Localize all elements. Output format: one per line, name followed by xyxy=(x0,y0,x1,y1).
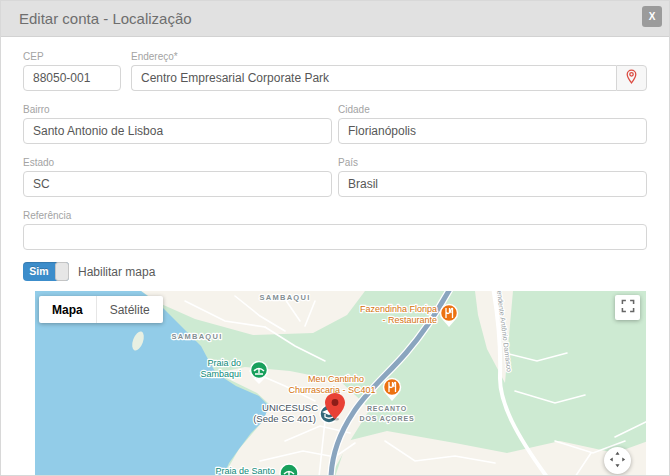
modal-header: Editar conta - Localização xyxy=(1,1,669,37)
modal-body: CEP Endereço* xyxy=(1,51,669,281)
label-praia-sambaqui-line1: Praia do xyxy=(207,358,241,368)
edit-account-location-modal: Editar conta - Localização X CEP Endereç… xyxy=(0,0,670,476)
estado-input[interactable] xyxy=(23,171,332,197)
label-sambaqui-top: SAMBAQUI xyxy=(259,293,310,302)
label-sambaqui-west: SAMBAQUI xyxy=(171,332,222,341)
row-cep-endereco: CEP Endereço* xyxy=(23,51,647,91)
row-referencia: Referência xyxy=(23,210,647,250)
enable-map-toggle[interactable]: Sim xyxy=(23,262,69,281)
label-unicesusc-line2: (Sede SC 401) xyxy=(253,413,316,424)
fullscreen-button[interactable] xyxy=(615,295,640,320)
row-estado-pais: Estado País xyxy=(23,157,647,197)
cidade-field-group: Cidade xyxy=(338,104,647,144)
estado-label: Estado xyxy=(23,157,332,168)
location-pin-icon xyxy=(625,69,638,87)
toggle-knob[interactable] xyxy=(55,262,69,281)
referencia-input[interactable] xyxy=(23,224,647,250)
label-praia-sambaqui-line2: Sambaqui xyxy=(200,369,241,379)
referencia-label: Referência xyxy=(23,210,647,221)
toggle-on-label: Sim xyxy=(23,262,55,281)
pais-input[interactable] xyxy=(338,171,647,197)
pan-arrows-icon xyxy=(609,451,626,471)
label-meu-cantinho-line1: Meu Cantinho xyxy=(308,374,364,384)
pais-field-group: País xyxy=(338,157,647,197)
cidade-input[interactable] xyxy=(338,118,647,144)
label-unicesusc-line1: UNICESUSC xyxy=(262,402,318,413)
endereco-label: Endereço* xyxy=(131,51,647,62)
label-praia-santo: Praia de Santo xyxy=(215,466,275,476)
enable-map-row: Sim Habilitar mapa xyxy=(23,262,647,281)
endereco-field-group: Endereço* xyxy=(131,51,647,91)
beach-icon-praia-santo[interactable] xyxy=(280,464,298,476)
geolocate-button[interactable] xyxy=(616,65,647,91)
map-type-control: Mapa Satélite xyxy=(39,296,163,323)
label-recanto-line1: RECANTO xyxy=(367,405,407,412)
cep-label: CEP xyxy=(23,51,121,62)
label-fazendinha-line2: - Restaurante xyxy=(382,315,437,325)
cidade-label: Cidade xyxy=(338,104,647,115)
cep-input[interactable] xyxy=(23,65,121,91)
map-type-satellite-button[interactable]: Satélite xyxy=(96,296,163,323)
map-type-road-button[interactable]: Mapa xyxy=(39,296,96,323)
modal-title: Editar conta - Localização xyxy=(19,10,192,27)
bairro-label: Bairro xyxy=(23,104,332,115)
google-map[interactable]: SAMBAQUI SAMBAQUI RECANTO DOS AÇORES Int… xyxy=(35,291,646,476)
close-button[interactable]: X xyxy=(642,6,662,27)
bairro-field-group: Bairro xyxy=(23,104,332,144)
enable-map-label: Habilitar mapa xyxy=(78,265,155,279)
label-recanto-line2: DOS AÇORES xyxy=(360,415,415,423)
cep-field-group: CEP xyxy=(23,51,121,91)
referencia-field-group: Referência xyxy=(23,210,647,250)
pais-label: País xyxy=(338,157,647,168)
bairro-input[interactable] xyxy=(23,118,332,144)
fullscreen-icon xyxy=(621,299,635,316)
estado-field-group: Estado xyxy=(23,157,332,197)
endereco-input[interactable] xyxy=(131,65,616,91)
pan-button[interactable] xyxy=(604,447,631,474)
row-bairro-cidade: Bairro Cidade xyxy=(23,104,647,144)
label-fazendinha-line1: Fazendinha Floripa xyxy=(360,304,437,314)
